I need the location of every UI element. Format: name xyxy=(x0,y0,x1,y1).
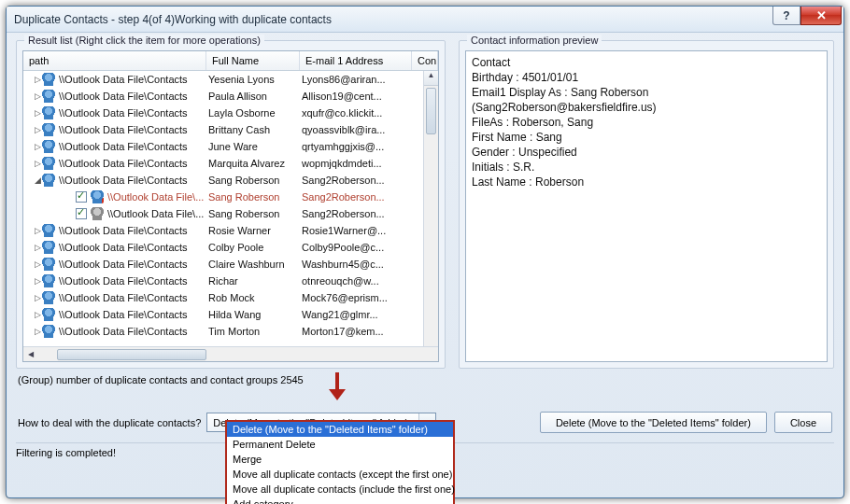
dropdown-option[interactable]: Delete (Move to the "Deleted Items" fold… xyxy=(227,422,453,437)
table-row[interactable]: ▷\\Outlook Data File\ContactsRosie Warne… xyxy=(23,222,423,239)
row-fullname: Claire Washburn xyxy=(206,259,300,270)
row-path: \\Outlook Data File\Contacts xyxy=(59,242,188,253)
table-row[interactable]: ▷\\Outlook Data File\ContactsJune Wareqr… xyxy=(23,138,423,155)
apply-action-button[interactable]: Delete (Move to the "Deleted Items" fold… xyxy=(540,412,767,433)
col-path[interactable]: path xyxy=(23,51,206,70)
row-fullname: Richar xyxy=(206,275,300,287)
row-fullname: Brittany Cash xyxy=(206,124,300,135)
col-contact[interactable]: Con... xyxy=(412,51,438,70)
row-fullname: Rosie Warner xyxy=(206,225,300,236)
row-email: Sang2Roberson... xyxy=(300,208,423,219)
row-email: Mock76@eprism... xyxy=(300,292,423,303)
table-row[interactable]: ▷\\Outlook Data File\ContactsMarquita Al… xyxy=(23,155,423,172)
row-path: \\Outlook Data File\... xyxy=(107,191,204,203)
dropdown-option[interactable]: Merge xyxy=(227,452,453,467)
title-bar[interactable]: Duplicate Contacts - step 4(of 4)Working… xyxy=(7,7,843,33)
table-row[interactable]: ▷\\Outlook Data File\ContactsTim MortonM… xyxy=(23,323,423,340)
close-window-button[interactable]: ✕ xyxy=(800,7,842,25)
scroll-thumb[interactable] xyxy=(426,88,436,134)
expand-icon[interactable]: ▷ xyxy=(33,125,42,134)
table-row[interactable]: \\Outlook Data File\...Sang RobersonSang… xyxy=(23,189,423,205)
row-path: \\Outlook Data File\Contacts xyxy=(59,158,188,169)
row-checkbox[interactable] xyxy=(76,191,87,203)
hscroll-thumb[interactable] xyxy=(57,349,206,360)
table-row[interactable]: ▷\\Outlook Data File\ContactsHilda WangW… xyxy=(23,306,423,323)
table-row[interactable]: \\Outlook Data File\...Sang RobersonSang… xyxy=(23,205,423,222)
dropdown-option[interactable]: Permanent Delete xyxy=(227,437,453,452)
close-button[interactable]: Close xyxy=(774,412,832,433)
row-email: wopmjqkdmdeti... xyxy=(300,158,423,169)
table-row[interactable]: ▷\\Outlook Data File\ContactsRicharotnre… xyxy=(23,273,423,289)
grid-header: path Full Name E-mail 1 Address Con... xyxy=(23,51,438,71)
expand-icon[interactable]: ▷ xyxy=(33,75,42,84)
expand-icon[interactable]: ▷ xyxy=(33,159,42,168)
dropdown-option[interactable]: Move all duplicate contacts (except the … xyxy=(227,467,453,482)
table-row[interactable]: ▷\\Outlook Data File\ContactsBrittany Ca… xyxy=(23,121,423,138)
scroll-up-icon[interactable]: ▲ xyxy=(424,71,438,86)
expand-icon[interactable]: ▷ xyxy=(33,226,42,235)
preview-line: FileAs : Roberson, Sang xyxy=(472,115,821,130)
expand-icon[interactable]: ▷ xyxy=(33,91,42,101)
preview-legend: Contact information preview xyxy=(467,35,602,46)
row-path: \\Outlook Data File\Contacts xyxy=(59,225,188,236)
contact-icon xyxy=(42,258,55,271)
table-row[interactable]: ▷\\Outlook Data File\ContactsClaire Wash… xyxy=(23,256,423,273)
table-row[interactable]: ▷\\Outlook Data File\ContactsLayla Osbor… xyxy=(23,105,423,121)
row-path: \\Outlook Data File\Contacts xyxy=(59,91,188,102)
row-fullname: Rob Mock xyxy=(206,292,300,303)
vertical-scrollbar[interactable]: ▲ xyxy=(423,71,438,346)
row-path: \\Outlook Data File\Contacts xyxy=(59,259,188,270)
contact-icon xyxy=(42,157,55,170)
expand-icon[interactable]: ▷ xyxy=(33,142,42,151)
table-row[interactable]: ▷\\Outlook Data File\ContactsColby Poole… xyxy=(23,239,423,256)
expand-icon[interactable]: ▷ xyxy=(33,108,42,118)
result-grid[interactable]: path Full Name E-mail 1 Address Con... ▷… xyxy=(22,50,439,362)
contact-icon xyxy=(42,140,55,153)
table-row[interactable]: ▷\\Outlook Data File\ContactsRob MockMoc… xyxy=(23,289,423,306)
contact-icon xyxy=(42,325,55,338)
expand-icon[interactable]: ▷ xyxy=(33,259,42,269)
horizontal-scrollbar[interactable]: ◀ xyxy=(23,346,438,361)
row-email: Lyons86@ariran... xyxy=(300,74,423,85)
action-dropdown-list[interactable]: Delete (Move to the "Deleted Items" fold… xyxy=(225,420,455,504)
preview-group: Contact information preview ContactBirth… xyxy=(459,40,834,369)
dropdown-option[interactable]: Add category xyxy=(227,497,453,504)
row-email: Sang2Roberson... xyxy=(300,175,423,186)
col-fullname[interactable]: Full Name xyxy=(206,51,300,70)
row-fullname: Paula Allison xyxy=(206,91,300,102)
preview-line: Contact xyxy=(472,55,821,70)
row-checkbox[interactable] xyxy=(76,208,87,219)
row-email: qyoassviblk@ira... xyxy=(300,124,423,135)
contact-icon xyxy=(91,190,104,203)
row-path: \\Outlook Data File\Contacts xyxy=(59,175,188,186)
expand-icon[interactable]: ◢ xyxy=(33,175,42,185)
expand-icon[interactable]: ▷ xyxy=(33,293,42,302)
contact-icon xyxy=(42,123,55,136)
row-path: \\Outlook Data File\... xyxy=(107,208,204,219)
contact-icon xyxy=(42,73,55,86)
expand-icon[interactable]: ▷ xyxy=(33,276,42,286)
table-row[interactable]: ▷\\Outlook Data File\ContactsPaula Allis… xyxy=(23,88,423,105)
contact-icon xyxy=(42,274,55,287)
row-email: Allison19@cent... xyxy=(300,91,423,102)
table-row[interactable]: ▷\\Outlook Data File\ContactsYesenia Lyo… xyxy=(23,71,423,88)
row-fullname: Tim Morton xyxy=(206,326,300,337)
preview-line: Birthday : 4501/01/01 xyxy=(472,70,821,85)
preview-pane[interactable]: ContactBirthday : 4501/01/01Email1 Displ… xyxy=(465,50,828,362)
row-path: \\Outlook Data File\Contacts xyxy=(59,107,188,119)
contact-icon xyxy=(42,90,55,103)
row-fullname: Layla Osborne xyxy=(206,107,300,119)
expand-icon[interactable]: ▷ xyxy=(33,243,42,252)
row-fullname: Sang Roberson xyxy=(206,175,300,186)
row-path: \\Outlook Data File\Contacts xyxy=(59,326,188,337)
table-row[interactable]: ◢\\Outlook Data File\ContactsSang Robers… xyxy=(23,172,423,189)
dropdown-option[interactable]: Move all duplicate contacts (include the… xyxy=(227,482,453,497)
expand-icon[interactable]: ▷ xyxy=(33,310,42,319)
col-email[interactable]: E-mail 1 Address xyxy=(300,51,412,70)
window-title: Duplicate Contacts - step 4(of 4)Working… xyxy=(14,13,332,26)
row-path: \\Outlook Data File\Contacts xyxy=(59,74,188,85)
row-email: otnreouqch@w... xyxy=(300,275,423,287)
expand-icon[interactable]: ▷ xyxy=(33,327,42,336)
preview-line: Email1 Display As : Sang Roberson (Sang2… xyxy=(472,85,821,115)
help-button[interactable]: ? xyxy=(772,7,800,25)
